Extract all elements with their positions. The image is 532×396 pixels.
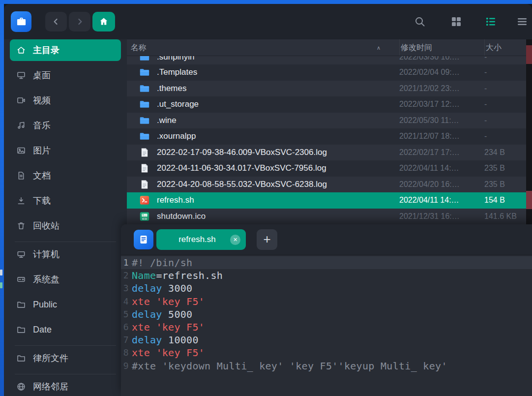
code-text: xte 'key F5' [129,346,205,359]
hamburger-menu-icon [515,15,529,29]
file-modified-time: 2022/04/11 14:… [399,160,484,177]
sidebar-item-home[interactable]: 主目录 [10,39,121,61]
code-area[interactable]: 1#! /bin/sh2Name=refresh.sh3delay 30004x… [121,255,532,395]
file-name-cell: .wine [127,113,399,129]
sidebar: 主目录桌面视频音乐图片文档下载回收站计算机系统盘PublicDate律所文件网络… [4,39,127,396]
folder-icon [139,83,150,94]
sidebar-item-label: 桌面 [33,69,51,81]
desktop-background-top [0,0,532,4]
forward-button[interactable] [69,12,90,31]
column-header-size[interactable]: 大小 [484,39,526,56]
file-row[interactable]: .themes2021/12/02 23:…- [127,81,526,97]
menu-button[interactable] [515,15,529,29]
column-header-name[interactable]: 名称 ∧ [127,39,399,56]
sidebar-item-downloads[interactable]: 下载 [10,190,121,212]
code-text: Name=refresh.sh [129,269,223,282]
code-line: 3delay 3000 [121,282,532,295]
back-button[interactable] [45,12,67,31]
file-size: - [484,96,526,113]
home-icon [16,45,26,55]
file-name: 2022-04-20-08-58-55.032-VBoxSVC-6238.log [157,177,327,193]
code-token: 'key F5' [156,347,205,359]
home-button[interactable] [92,12,115,31]
code-text: delay 5000 [129,308,192,321]
sidebar-item-label: 图片 [33,145,51,156]
sidebar-item-label: 下载 [33,195,51,207]
folder-icon [16,325,26,335]
log-file-icon [139,179,150,190]
code-line: 9#xte 'keydown Multi_ key' 'key F5''keyu… [121,360,532,372]
file-size: 234 B [484,145,526,161]
search-button[interactable] [413,15,427,29]
sidebar-item-computer[interactable]: 计算机 [10,244,121,265]
code-token: xte [132,347,150,359]
sidebar-item-music[interactable]: 音乐 [10,115,121,136]
sidebar-item-lawfirm-files[interactable]: 律所文件 [10,347,121,369]
sidebar-item-public[interactable]: Public [10,294,121,315]
sidebar-item-date[interactable]: Date [10,319,121,340]
line-number: 4 [121,295,129,308]
code-token: 3000 [162,282,193,294]
editor-tab-bar[interactable]: refresh.sh × + [121,224,532,255]
file-size: - [484,81,526,97]
code-token [150,296,156,307]
tab-refresh-sh[interactable]: refresh.sh × [156,229,246,250]
close-tab-button[interactable]: × [230,235,240,245]
line-number: 6 [121,321,129,334]
file-row[interactable]: ICOshutdown.ico2021/12/31 16:…141.6 KB [127,209,526,225]
sidebar-item-trash[interactable]: 回收站 [10,215,121,237]
new-tab-button[interactable]: + [257,229,277,250]
file-size: - [484,128,526,145]
sidebar-item-videos[interactable]: 视频 [10,90,121,111]
file-size: - [484,64,526,81]
file-list-header: 名称 ∧ 修改时间 大小 [127,39,526,56]
sidebar-item-label: 律所文件 [33,352,68,364]
home-icon [98,16,110,28]
sidebar-item-label: 网络邻居 [33,381,68,393]
file-row[interactable]: 2022-04-11-06-30-34.017-VBoxSVC-7956.log… [127,160,526,177]
sidebar-item-documents[interactable]: 文档 [10,165,121,186]
file-row[interactable]: .Templates2022/02/04 09:…- [127,64,526,81]
file-row[interactable]: 2022-02-17-09-38-46.009-VBoxSVC-2306.log… [127,145,526,161]
file-name: .sunpinyin [157,56,195,64]
sidebar-item-network-neighbors[interactable]: 网络邻居 [10,376,121,396]
file-modified-time: 2022/04/20 16:… [399,177,484,193]
file-name: 2022-02-17-09-38-46.009-VBoxSVC-2306.log [157,145,327,161]
file-name-cell: .ut_storage [127,96,399,113]
file-row[interactable]: .wine2022/05/30 11:…- [127,113,526,129]
file-row[interactable]: .xournalpp2021/12/07 18:…- [127,128,526,145]
line-number: 5 [121,308,129,321]
column-header-modified[interactable]: 修改时间 [399,39,484,56]
desktop-icon [16,70,26,80]
file-name: .Templates [157,64,197,81]
search-icon [413,15,427,29]
file-row[interactable]: 2022-04-20-08-58-55.032-VBoxSVC-6238.log… [127,177,526,193]
file-name: 2022-04-11-06-30-34.017-VBoxSVC-7956.log [157,160,326,177]
file-row[interactable]: .ut_storage2022/03/17 12:…- [127,96,526,113]
code-text: xte 'key F5' [129,295,205,308]
code-token: 'key F5' [156,296,205,307]
file-name-cell: 2022-02-17-09-38-46.009-VBoxSVC-2306.log [127,145,399,161]
shell-script-icon [139,194,150,206]
folder-icon [139,66,150,78]
titlebar[interactable] [4,4,532,39]
sidebar-item-pictures[interactable]: 图片 [10,140,121,161]
code-token: delay [132,308,162,320]
chevron-left-icon [50,16,62,28]
icon-view-button[interactable] [449,15,463,29]
folder-icon [16,300,26,309]
line-number: 2 [121,269,129,282]
line-number: 9 [121,360,129,372]
file-row[interactable]: .sunpinyin2022/03/30 10:…- [127,56,526,64]
file-row[interactable]: refresh.sh2022/04/11 14:…154 B [127,192,526,209]
code-token: #xte 'keydown Multi_ key' 'key F5''keyup… [132,360,447,372]
sidebar-item-system-disk[interactable]: 系统盘 [10,269,121,290]
sidebar-item-desktop[interactable]: 桌面 [10,64,121,86]
code-token: delay [132,282,162,294]
code-text: xte 'key F5' [129,321,205,334]
file-rows: .sunpinyin2022/03/30 10:…-.Templates2022… [127,56,526,224]
file-name: shutdown.ico [157,209,206,225]
list-view-button[interactable] [484,15,498,29]
sidebar-item-label: 计算机 [33,248,59,260]
chevron-right-icon [74,16,86,28]
